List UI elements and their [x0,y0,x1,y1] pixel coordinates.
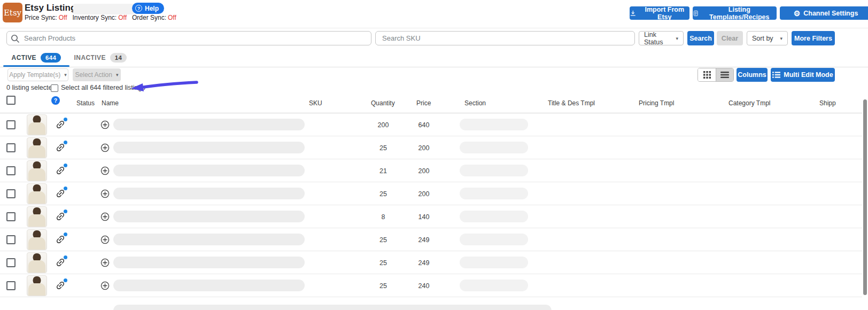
list-view-button[interactable] [716,68,733,81]
col-header-shipping-tmpl[interactable]: Shipp [819,99,836,107]
sort-by-dropdown[interactable]: Sort by ▾ [747,31,788,45]
row-checkbox[interactable] [6,235,15,244]
row-checkbox[interactable] [6,120,15,129]
linked-indicator-dot [64,232,67,236]
redacted-section-bar [460,234,528,245]
list-icon [720,72,729,78]
row-price: 249 [405,259,443,267]
order-sync-value: Off [168,14,176,21]
plus-circle-icon [100,258,110,267]
redacted-name-bar [113,165,305,176]
chevron-down-icon: ▾ [676,36,678,41]
select-action-dropdown[interactable]: Select Action ▾ [73,68,121,81]
row-checkbox[interactable] [6,281,15,290]
row-price: 640 [405,121,443,129]
col-header-price[interactable]: Price [416,99,431,107]
row-checkbox[interactable] [6,258,15,267]
linked-indicator-dot [64,278,67,282]
col-header-status[interactable]: Status [76,99,95,107]
link-status-help-icon[interactable]: ? [51,96,60,105]
table-row: 25 249 [0,228,862,251]
more-filters-button[interactable]: More Filters [792,31,835,45]
header-divider [0,28,868,28]
product-thumbnail[interactable] [27,252,47,273]
product-thumbnail[interactable] [27,206,47,227]
link-status-icon[interactable] [55,211,66,222]
expand-row-button[interactable] [100,281,110,290]
link-status-icon[interactable] [55,234,66,245]
col-header-section[interactable]: Section [464,99,486,107]
link-status-icon[interactable] [55,119,66,130]
grid-view-button[interactable] [698,68,716,81]
col-header-pricing-tmpl[interactable]: Pricing Tmpl [639,99,674,107]
row-checkbox[interactable] [6,143,15,152]
gear-icon: ⚙ [794,10,801,17]
search-button[interactable]: Search [687,31,714,45]
expand-row-button[interactable] [100,143,110,152]
redacted-name-bar [113,211,305,222]
help-label: Help [145,5,159,12]
link-status-icon[interactable] [55,142,66,153]
product-thumbnail[interactable] [27,229,47,250]
redacted-shop-name [73,4,134,14]
active-count-badge: 644 [41,53,61,63]
search-sku-input[interactable] [375,31,635,45]
import-from-etsy-button[interactable]: Import From Etsy [630,6,689,20]
channel-settings-button[interactable]: ⚙ Channel Settings [780,6,868,20]
redacted-name-bar [113,119,305,130]
chevron-down-icon: ▾ [64,72,67,78]
thumbnail-shirt-art [28,168,45,181]
link-status-dropdown[interactable]: Link Status ▾ [639,31,684,45]
inventory-sync-value: Off [118,14,127,21]
linked-indicator-dot [64,210,67,213]
expand-row-button[interactable] [100,120,110,129]
price-sync-value: Off [59,14,67,21]
tab-inactive[interactable]: INACTIVE 14 [71,50,130,65]
expand-row-button[interactable] [100,189,110,198]
chevron-down-icon: ▾ [780,36,782,41]
tab-active[interactable]: ACTIVE 644 [3,50,69,65]
col-header-name[interactable]: Name [102,99,119,107]
product-thumbnail[interactable] [27,137,47,158]
col-header-title-des-tmpl[interactable]: Title & Des Tmpl [548,99,595,107]
linked-indicator-dot [64,118,67,121]
help-button[interactable]: ? Help [132,3,164,14]
col-header-quantity[interactable]: Quantity [371,99,395,107]
link-status-icon[interactable] [55,280,66,291]
product-thumbnail[interactable] [27,183,47,204]
apply-templates-dropdown[interactable]: Apply Template(s) ▾ [7,68,68,81]
header-select-all-checkbox[interactable] [6,96,15,105]
linked-indicator-dot [64,187,67,190]
thumbnail-shirt-art [28,145,45,158]
expand-row-button[interactable] [100,166,110,175]
row-checkbox[interactable] [6,212,15,221]
expand-row-button[interactable] [100,258,110,267]
grid-icon [703,71,711,79]
row-checkbox[interactable] [6,189,15,198]
thumbnail-shirt-art [28,122,45,135]
search-products-input[interactable] [6,31,371,45]
columns-button[interactable]: Columns [737,68,768,82]
vertical-scrollbar[interactable] [863,99,867,295]
redacted-section-bar [460,211,528,222]
link-status-icon[interactable] [55,257,66,268]
multi-edit-mode-button[interactable]: Multi Edit Mode [771,68,835,82]
redacted-name-bar [113,142,305,153]
row-checkbox[interactable] [6,166,15,175]
product-thumbnail[interactable] [27,275,47,296]
expand-row-button[interactable] [100,235,110,244]
clear-button[interactable]: Clear [717,31,743,45]
listing-templates-button[interactable]: Listing Templates/Recipes [693,6,777,20]
thumbnail-shirt-art [28,260,45,273]
row-quantity: 25 [365,144,402,152]
thumbnail-shirt-art [28,283,45,296]
link-status-icon[interactable] [55,188,66,199]
partial-next-row-name-bar [113,305,552,310]
product-thumbnail[interactable] [27,114,47,135]
link-status-icon[interactable] [55,165,66,176]
select-all-checkbox[interactable] [51,84,58,92]
col-header-category-tmpl[interactable]: Category Tmpl [728,99,770,107]
product-thumbnail[interactable] [27,160,47,181]
expand-row-button[interactable] [100,212,110,221]
col-header-sku[interactable]: SKU [309,99,322,107]
